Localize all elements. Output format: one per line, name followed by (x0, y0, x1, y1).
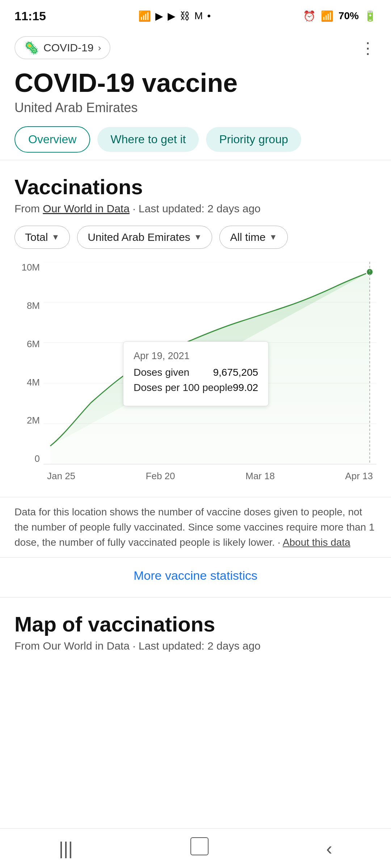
page-subtitle: United Arab Emirates (14, 100, 377, 115)
map-source-prefix: From Our World in Data · Last updated: (14, 640, 207, 652)
more-vaccine-stats-link[interactable]: More vaccine statistics (134, 569, 257, 582)
source-prefix: From (14, 203, 43, 214)
dropdown-arrow-icon2: ▼ (194, 233, 202, 242)
map-title: Map of vaccinations (14, 612, 377, 636)
tabs-container: Overview Where to get it Priority group (0, 119, 391, 160)
status-bar: 11:15 📶 ▶ ▶ ⛓ M • ⏰ 📶 70% 🔋 (0, 0, 391, 29)
bottom-nav: ||| ‹ (0, 828, 391, 868)
chart-container: 10M 8M 6M 4M 2M 0 (14, 262, 377, 486)
last-updated: 2 days ago (207, 203, 261, 214)
tooltip-doses-per100-row: Doses per 100 people 99.02 (134, 382, 258, 393)
data-note: Data for this location shows the number … (0, 497, 391, 557)
home-button[interactable] (190, 837, 209, 860)
filter-country[interactable]: United Arab Emirates ▼ (77, 226, 212, 249)
youtube-icon: ▶ (155, 10, 163, 22)
filter-country-label: United Arab Emirates (88, 231, 190, 243)
chart-x-labels: Jan 25 Feb 20 Mar 18 Apr 13 (43, 466, 377, 486)
recent-apps-icon: ||| (59, 838, 73, 859)
y-label-8m: 8M (27, 300, 40, 311)
vaccinations-section: Vaccinations From Our World in Data · La… (0, 160, 391, 497)
about-data-link[interactable]: About this data (283, 537, 350, 548)
tooltip-doses-given-row: Doses given 9,675,205 (134, 367, 258, 378)
breadcrumb[interactable]: 🦠 COVID-19 › (14, 36, 110, 59)
map-last-updated: 2 days ago (207, 640, 261, 652)
status-right: ⏰ 📶 70% 🔋 (303, 10, 377, 22)
tooltip-date: Apr 19, 2021 (134, 350, 258, 362)
y-label-4m: 4M (27, 377, 40, 388)
page-title-section: COVID-19 vaccine United Arab Emirates (0, 63, 391, 119)
y-label-0: 0 (35, 453, 40, 464)
tab-priority-group[interactable]: Priority group (206, 127, 301, 152)
tab-overview[interactable]: Overview (14, 126, 90, 153)
tooltip-doses-per100-value: 99.02 (233, 382, 258, 393)
back-button[interactable]: ‹ (326, 838, 332, 859)
breadcrumb-label: COVID-19 (43, 42, 93, 54)
dropdown-arrow-icon3: ▼ (269, 233, 277, 242)
chain-icon: ⛓ (180, 10, 190, 22)
vaccinations-source: From Our World in Data · Last updated: 2… (14, 203, 377, 215)
dropdown-arrow-icon: ▼ (51, 233, 59, 242)
covid-icon: 🦠 (24, 41, 39, 55)
filter-time-label: All time (230, 231, 265, 243)
chart-tooltip: Apr 19, 2021 Doses given 9,675,205 Doses… (123, 341, 269, 406)
youtube-icon2: ▶ (168, 10, 176, 22)
status-icons: 📶 ▶ ▶ ⛓ M • (138, 10, 211, 22)
chart-y-labels: 10M 8M 6M 4M 2M 0 (14, 262, 43, 464)
tooltip-doses-given-value: 9,675,205 (213, 367, 258, 378)
source-middle: · Last updated: (130, 203, 207, 214)
status-time: 11:15 (14, 9, 46, 23)
vaccinations-title: Vaccinations (14, 175, 377, 199)
page-title: COVID-19 vaccine (14, 69, 377, 97)
x-label-mar18: Mar 18 (245, 471, 275, 482)
x-label-feb20: Feb 20 (146, 471, 175, 482)
tooltip-doses-per100-label: Doses per 100 people (134, 382, 233, 393)
map-source: From Our World in Data · Last updated: 2… (14, 640, 377, 652)
mail-icon: M (194, 10, 203, 22)
wifi-icon: 📶 (138, 10, 151, 22)
x-label-apr13: Apr 13 (345, 471, 373, 482)
y-label-6m: 6M (27, 339, 40, 350)
filter-total-label: Total (25, 231, 48, 243)
source-link[interactable]: Our World in Data (43, 203, 130, 214)
back-icon: ‹ (326, 838, 332, 859)
y-label-10m: 10M (21, 262, 40, 273)
filter-time-range[interactable]: All time ▼ (219, 226, 287, 249)
filter-row: Total ▼ United Arab Emirates ▼ All time … (14, 226, 377, 249)
filter-total[interactable]: Total ▼ (14, 226, 70, 249)
top-nav: 🦠 COVID-19 › ⋮ (0, 29, 391, 63)
battery-text: 70% (339, 10, 359, 22)
more-options-button[interactable]: ⋮ (360, 39, 377, 57)
more-link-row: More vaccine statistics (0, 558, 391, 597)
chevron-right-icon: › (98, 42, 101, 54)
recent-apps-button[interactable]: ||| (59, 838, 73, 859)
tooltip-doses-given-label: Doses given (134, 367, 189, 378)
battery-icon: 🔋 (364, 10, 377, 22)
signal-icon: 📶 (321, 10, 333, 22)
alarm-icon: ⏰ (303, 10, 316, 22)
tab-where-to-get-it[interactable]: Where to get it (97, 127, 199, 152)
y-label-2m: 2M (27, 415, 40, 426)
dot-icon: • (207, 10, 211, 22)
x-label-jan25: Jan 25 (47, 471, 75, 482)
home-icon (190, 837, 209, 855)
map-section: Map of vaccinations From Our World in Da… (0, 597, 391, 670)
